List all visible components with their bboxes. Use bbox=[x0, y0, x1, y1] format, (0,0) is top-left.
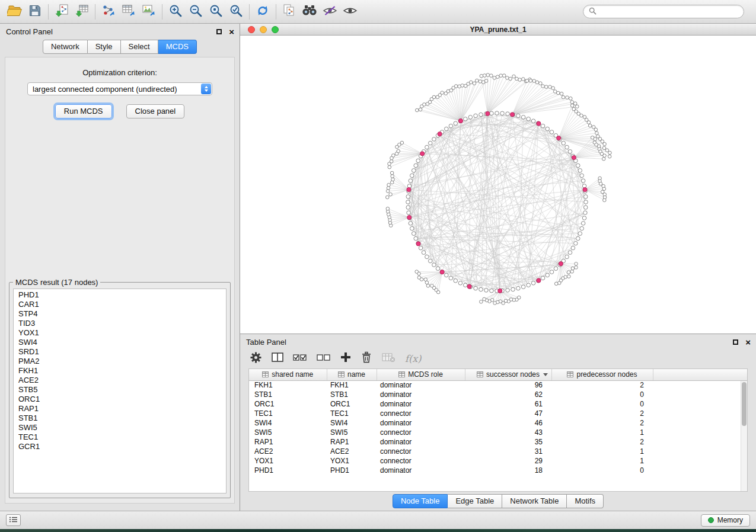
deselect-all-columns-button[interactable] bbox=[317, 351, 331, 366]
select-all-columns-button[interactable] bbox=[293, 351, 307, 366]
tab-network[interactable]: Network bbox=[43, 40, 88, 54]
close-panel-icon[interactable]: × bbox=[229, 27, 234, 36]
close-panel-button[interactable]: Close panel bbox=[126, 104, 185, 118]
hide-graphics-details-button[interactable] bbox=[320, 3, 340, 21]
network-graph bbox=[240, 36, 755, 334]
mcds-result-item[interactable]: FKH1 bbox=[14, 366, 226, 376]
mcds-result-item[interactable]: YOX1 bbox=[14, 328, 226, 338]
mcds-result-item[interactable]: PMA2 bbox=[14, 357, 226, 366]
status-bar: Memory bbox=[0, 511, 756, 529]
mcds-result-item[interactable]: STB5 bbox=[14, 385, 226, 395]
column-header-successor-nodes[interactable]: successor nodes bbox=[465, 369, 551, 380]
mcds-result-title: MCDS result (17 nodes) bbox=[13, 278, 100, 287]
export-image-button[interactable] bbox=[139, 3, 159, 21]
tab-node-table[interactable]: Node Table bbox=[393, 494, 448, 508]
first-neighbors-button[interactable] bbox=[299, 3, 320, 21]
checked-boxes-icon bbox=[293, 352, 307, 365]
mcds-result-item[interactable]: CAR1 bbox=[14, 300, 226, 309]
criterion-selected-value: largest connected component (undirected) bbox=[33, 85, 177, 94]
table-row[interactable]: SWI5SWI5connector431 bbox=[249, 428, 747, 437]
task-history-button[interactable] bbox=[6, 514, 21, 526]
export-table-icon bbox=[122, 4, 136, 20]
zoom-in-button[interactable] bbox=[165, 3, 186, 21]
mcds-result-item[interactable]: ACE2 bbox=[14, 376, 226, 385]
tab-style[interactable]: Style bbox=[88, 40, 121, 54]
table-row[interactable]: PHD1PHD1dominator180 bbox=[249, 466, 747, 475]
show-graphics-details-button[interactable] bbox=[340, 3, 360, 21]
network-canvas[interactable] bbox=[240, 36, 756, 334]
mcds-result-item[interactable]: GCR1 bbox=[14, 442, 226, 451]
network-window-title: YPA_prune.txt_1 bbox=[240, 25, 756, 34]
zoom-fit-button[interactable] bbox=[226, 3, 246, 21]
mcds-result-item[interactable]: SWI5 bbox=[14, 423, 226, 432]
tab-select[interactable]: Select bbox=[121, 40, 158, 54]
search-box[interactable] bbox=[583, 5, 744, 18]
column-header-filler bbox=[653, 369, 747, 380]
window-close-icon[interactable] bbox=[248, 26, 255, 33]
import-table-button[interactable] bbox=[72, 3, 92, 21]
optimization-criterion-label: Optimization criterion: bbox=[82, 68, 157, 77]
tab-edge-table[interactable]: Edge Table bbox=[448, 494, 502, 508]
mcds-result-item[interactable]: SWI4 bbox=[14, 338, 226, 347]
mcds-result-item[interactable]: PHD1 bbox=[14, 290, 226, 300]
column-header-shared-name[interactable]: shared name bbox=[249, 369, 327, 380]
mcds-result-item[interactable]: TID3 bbox=[14, 319, 226, 328]
table-row[interactable]: RAP1RAP1dominator352 bbox=[249, 437, 747, 447]
memory-button[interactable]: Memory bbox=[701, 514, 750, 527]
tab-mcds[interactable]: MCDS bbox=[158, 40, 197, 54]
open-session-button[interactable] bbox=[5, 3, 25, 21]
columns-icon bbox=[272, 352, 283, 365]
column-header-predecessor-nodes[interactable]: predecessor nodes bbox=[551, 369, 653, 380]
save-session-button[interactable] bbox=[25, 3, 45, 21]
run-mcds-button[interactable]: Run MCDS bbox=[55, 104, 112, 118]
export-network-button[interactable] bbox=[98, 3, 119, 21]
network-window-titlebar[interactable]: YPA_prune.txt_1 bbox=[240, 24, 756, 36]
criterion-select[interactable]: largest connected component (undirected) bbox=[27, 82, 212, 95]
copy-network-button[interactable] bbox=[279, 3, 299, 21]
column-header-mcds-role[interactable]: MCDS role bbox=[377, 369, 465, 380]
mcds-result-item[interactable]: RAP1 bbox=[14, 404, 226, 414]
close-table-panel-icon[interactable]: × bbox=[745, 338, 751, 347]
table-row[interactable]: STB1STB1dominator620 bbox=[249, 390, 747, 399]
window-maximize-icon[interactable] bbox=[272, 26, 279, 33]
zoom-out-button[interactable] bbox=[186, 3, 206, 21]
sort-descending-icon[interactable] bbox=[543, 373, 548, 376]
delete-column-button[interactable] bbox=[361, 351, 372, 366]
right-column: YPA_prune.txt_1 Table Panel bbox=[240, 24, 756, 511]
float-table-panel-icon[interactable] bbox=[733, 339, 738, 345]
mcds-result-item[interactable]: ORC1 bbox=[14, 395, 226, 404]
refresh-view-button[interactable] bbox=[253, 3, 273, 21]
mcds-result-item[interactable]: STB1 bbox=[14, 414, 226, 423]
mcds-result-item[interactable]: SRD1 bbox=[14, 347, 226, 357]
search-input[interactable] bbox=[599, 7, 738, 17]
save-floppy-icon bbox=[28, 4, 42, 20]
zoom-selected-button[interactable] bbox=[206, 3, 226, 21]
table-row[interactable]: ACE2ACE2connector311 bbox=[249, 447, 747, 456]
search-icon bbox=[589, 7, 596, 17]
show-columns-button[interactable] bbox=[272, 351, 283, 366]
column-header-name[interactable]: name bbox=[327, 369, 377, 380]
table-row[interactable]: YOX1YOX1connector291 bbox=[249, 456, 747, 466]
create-column-button[interactable] bbox=[340, 351, 351, 366]
float-panel-icon[interactable] bbox=[216, 29, 222, 34]
table-row[interactable]: SWI4SWI4dominator462 bbox=[249, 418, 747, 428]
window-minimize-icon[interactable] bbox=[260, 26, 267, 33]
column-attr-icon bbox=[338, 371, 344, 377]
table-row[interactable]: TEC1TEC1connector472 bbox=[249, 409, 747, 418]
mcds-result-item[interactable]: TEC1 bbox=[14, 432, 226, 442]
mcds-result-list[interactable]: PHD1CAR1STP4TID3YOX1SWI4SRD1PMA2FKH1ACE2… bbox=[13, 289, 227, 493]
export-table-button[interactable] bbox=[119, 3, 139, 21]
table-row[interactable]: FKH1FKH1dominator962 bbox=[249, 380, 747, 390]
table-vertical-scrollbar[interactable] bbox=[741, 381, 747, 491]
zoom-in-icon bbox=[168, 4, 183, 20]
table-settings-button[interactable] bbox=[250, 351, 262, 366]
mcds-result-item[interactable]: STP4 bbox=[14, 309, 226, 319]
import-network-button[interactable] bbox=[52, 3, 72, 21]
zoom-selected-icon bbox=[209, 4, 223, 20]
tab-network-table[interactable]: Network Table bbox=[502, 494, 567, 508]
select-stepper-icon bbox=[201, 84, 211, 94]
scrollbar-thumb[interactable] bbox=[742, 382, 747, 426]
tab-motifs[interactable]: Motifs bbox=[567, 494, 604, 508]
mcds-tab-content: Optimization criterion: largest connecte… bbox=[5, 57, 235, 504]
table-row[interactable]: ORC1ORC1dominator610 bbox=[249, 399, 747, 409]
